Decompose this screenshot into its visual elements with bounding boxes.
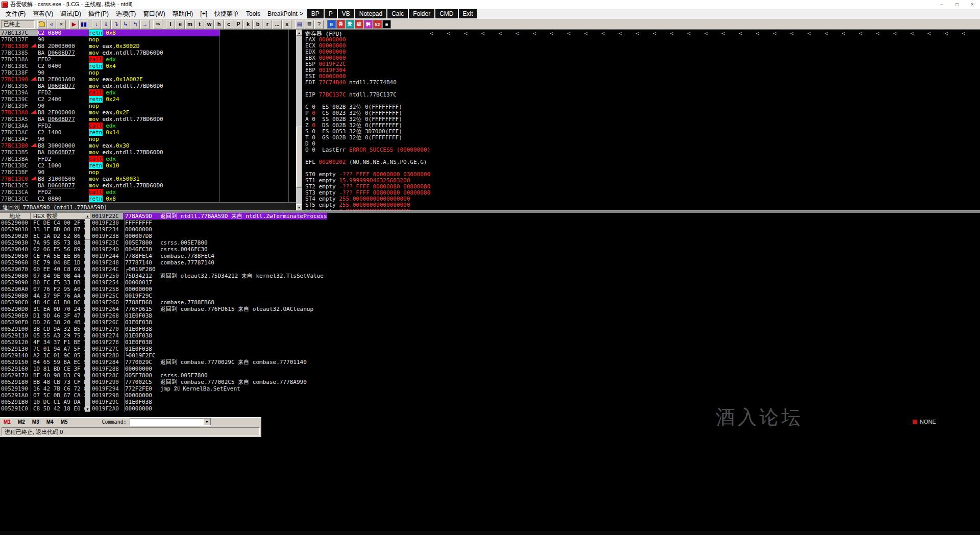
disasm-row[interactable]: 77BC13ACC2 1400retn 0x14: [0, 129, 296, 136]
close-button[interactable]: ×: [965, 0, 980, 9]
disasm-row[interactable]: 77BC137CC2 0800retn 0x8: [0, 30, 296, 36]
disasm-row[interactable]: 77BC13B5BA D060BD77mov edx,ntdll.77BD60D…: [0, 149, 296, 156]
stack-row[interactable]: 0019F23C005E7800csrss.005E7800: [90, 239, 980, 246]
hex-dump-row[interactable]: 005291B010 DC C1 A9 DA 7: [0, 399, 85, 405]
disasm-row[interactable]: 77BC13AAFFD2call edx: [0, 123, 296, 129]
plugin-icon[interactable]: ■: [382, 20, 391, 29]
hex-dump-row[interactable]: 005290C048 4C 61 B0 DC D: [0, 299, 85, 306]
register-row[interactable]: S 0 FS 0053 32位 3D7000(FFF): [302, 129, 980, 135]
register-row[interactable]: EBP 0019F304: [302, 67, 980, 74]
menu-shortcut-button[interactable]: P: [325, 9, 337, 18]
register-row[interactable]: EBX 00000000: [302, 55, 980, 61]
hex-dump-row[interactable]: 005291204F 34 37 F1 BE 7: [0, 339, 85, 346]
disasm-row[interactable]: 77BC13C0B8 31000500mov eax,0x50031: [0, 176, 296, 182]
stack-row[interactable]: 0019F2447788FEC4combase.7788FEC4: [90, 253, 980, 259]
toolbar-letter-button-b[interactable]: b: [253, 20, 262, 29]
disasm-scrollbar[interactable]: ▲ ▼: [296, 30, 302, 210]
register-row[interactable]: [302, 86, 980, 92]
disasm-row[interactable]: 77BC1380B8 2D003000mov eax,0x3002D: [0, 43, 296, 50]
register-row[interactable]: ESI 00000000: [302, 74, 980, 80]
menu-item[interactable]: [+]: [197, 9, 211, 18]
hex-dump-row[interactable]: 005291A007 5C 0B 67 CA 2: [0, 392, 85, 399]
hex-dump-row[interactable]: 005290B04A 37 9F 76 AA 0: [0, 293, 85, 299]
stack-row[interactable]: 0019F2A000000000: [90, 405, 980, 412]
scroll-down-icon[interactable]: ▼: [296, 204, 302, 210]
disasm-row[interactable]: 77BC13CAFFD2call edx: [0, 189, 296, 196]
hex-dump-row[interactable]: 005291C0C8 5D 42 18 E0 6: [0, 405, 85, 412]
disasm-row[interactable]: 77BC138CC2 0400retn 0x4: [0, 63, 296, 69]
hex-column-header[interactable]: HEX 数据: [31, 213, 85, 219]
menu-shortcut-button[interactable]: VB: [338, 9, 354, 18]
menu-item[interactable]: BreakPoint->: [264, 9, 307, 18]
disasm-row[interactable]: 77BC139AFFD2call edx: [0, 89, 296, 96]
stack-row[interactable]: 0019F27C01E0F038: [90, 346, 980, 352]
stack-row[interactable]: 0019F25400000017: [90, 279, 980, 286]
register-row[interactable]: P 0 CS 0023 32位 0(FFFFFFFF): [302, 110, 980, 116]
disasm-row[interactable]: 77BC13BF90nop: [0, 169, 296, 176]
hex-dump-row[interactable]: 00529140A2 3C 01 9C 05 1: [0, 352, 85, 359]
step-over-icon[interactable]: ⇓: [102, 20, 111, 29]
hex-dump-row[interactable]: 005290F0DD 26 38 20 4B A: [0, 319, 85, 326]
register-row[interactable]: EFL 00200202 (NO,NB,NE,A,NS,PO,GE,G): [302, 159, 980, 165]
minimize-button[interactable]: –: [934, 0, 949, 9]
run-icon[interactable]: ▶: [69, 20, 79, 29]
registers-pane[interactable]: 寄存器 (FPU) <<<<<<<<<<<<<<<<<<<<<<<<<<<<<<…: [302, 30, 980, 210]
scrollbar-thumb[interactable]: [85, 220, 90, 240]
column-separator[interactable]: [124, 213, 125, 412]
stack-row[interactable]: 0019F2400046FC30csrss.0046FC30: [90, 246, 980, 253]
command-input[interactable]: ▼: [130, 418, 211, 426]
stack-row[interactable]: 0019F280└0019F2FC: [90, 352, 980, 359]
plugin-icon[interactable]: E: [327, 20, 336, 29]
hex-dump-row[interactable]: 005290D03C EA 0D 70 24 5: [0, 306, 85, 312]
disasm-row[interactable]: 77BC13BCC2 1000retn 0x10: [0, 162, 296, 169]
stack-row[interactable]: 0019F22C77BAA59D返回到 ntdll.77BAA59D 来自 nt…: [90, 213, 980, 220]
plugin-icon[interactable]: 解: [364, 20, 373, 29]
hex-dump-row[interactable]: 00529180BB 48 CB 73 CF D: [0, 379, 85, 385]
disasm-row[interactable]: 77BC13A5BA D060BD77mov edx,ntdll.77BD60D…: [0, 116, 296, 123]
plugin-icon[interactable]: 52: [373, 20, 382, 29]
register-row[interactable]: EDI 77C74B40 ntdll.77C74B40: [302, 80, 980, 86]
toolbar-letter-button-k[interactable]: k: [243, 20, 253, 29]
stack-row[interactable]: 0019F27801E0F038: [90, 339, 980, 346]
stack-row[interactable]: 0019F26C01E0F038: [90, 319, 980, 326]
stack-row[interactable]: 0019F294772F2FE0jmp 到 KernelBa.SetEvent: [90, 385, 980, 392]
close-icon[interactable]: ×: [57, 20, 66, 29]
hex-dump-row[interactable]: 00529020EC 1A D2 52 86 C: [0, 233, 85, 239]
menu-shortcut-button[interactable]: Folder: [409, 9, 434, 18]
menu-item[interactable]: 文件(F): [2, 9, 29, 19]
trace-over-icon[interactable]: ↳: [121, 20, 130, 29]
register-row[interactable]: Z 0 DS 002B 32位 0(FFFFFFFF): [302, 123, 980, 129]
disasm-row[interactable]: 77BC137F90nop: [0, 36, 296, 43]
disasm-row[interactable]: 77BC138AFFD2call edx: [0, 56, 296, 63]
hex-dump-row[interactable]: 0052908007 84 9E 0B 44 0: [0, 273, 85, 279]
hex-dump-row[interactable]: 0052911005 55 A3 29 75 8: [0, 332, 85, 339]
hex-dump-row[interactable]: 00529090B0 FC E5 33 DB 1: [0, 279, 85, 286]
trace-into-icon[interactable]: ↴: [111, 20, 120, 29]
dropdown-arrow-icon[interactable]: ▼: [203, 419, 211, 425]
register-row[interactable]: EAX 00000000: [302, 37, 980, 43]
hex-dump-row[interactable]: 005290307A 95 B5 73 8A 3: [0, 239, 85, 246]
menu-item[interactable]: Tools: [242, 9, 264, 18]
stack-row[interactable]: 0019F24C┌0019F280: [90, 266, 980, 273]
stack-row[interactable]: 0019F25C0019F29C: [90, 293, 980, 299]
hex-dump-row[interactable]: 0052919016 42 7B C6 72 8: [0, 385, 85, 392]
menu-item[interactable]: 查看(V): [29, 9, 57, 19]
hex-dump-row[interactable]: 00529000FC DE C4 00 2F 9: [0, 220, 85, 226]
disasm-row[interactable]: 77BC13CCC2 0800retn 0x8: [0, 196, 296, 202]
hex-scrollbar[interactable]: ▲ ▼: [85, 213, 90, 412]
column-separator[interactable]: [37, 30, 37, 202]
disasm-row[interactable]: 77BC139F90nop: [0, 103, 296, 109]
toolbar-letter-button-P[interactable]: P: [234, 20, 243, 29]
toolbar-letter-button-s[interactable]: s: [282, 20, 291, 29]
scroll-down-icon[interactable]: ▼: [85, 406, 90, 412]
stack-row[interactable]: 0019F27001E0F038: [90, 326, 980, 332]
menu-item[interactable]: 帮助(H): [169, 9, 197, 19]
address-column-header[interactable]: 地址: [0, 213, 31, 219]
step-into-icon[interactable]: ↓: [92, 20, 101, 29]
stack-pane[interactable]: 0019F22C77BAA59D返回到 ntdll.77BAA59D 来自 nt…: [90, 213, 980, 412]
appearance-icon[interactable]: ≣: [305, 20, 314, 29]
execute-till-return-icon[interactable]: ↰: [131, 20, 140, 29]
register-row[interactable]: ECX 00000000: [302, 43, 980, 49]
menu-shortcut-button[interactable]: BP: [307, 9, 324, 18]
register-row[interactable]: A 0 SS 002B 32位 0(FFFFFFFF): [302, 116, 980, 123]
